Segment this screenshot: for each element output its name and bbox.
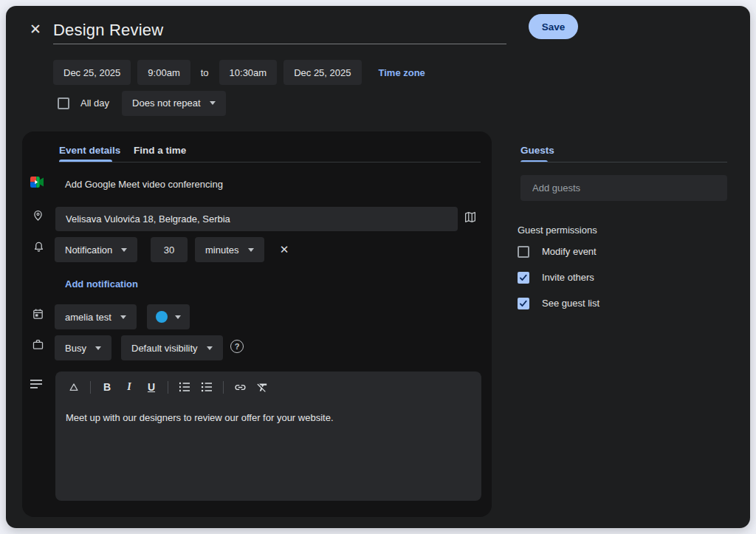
checkmark-icon [519, 273, 528, 282]
visibility-value: Default visibility [131, 343, 198, 354]
description-text[interactable]: Meet up with our designers to review our… [66, 411, 471, 425]
permission-row-invite-others: Invite others [518, 271, 594, 284]
permission-label: Modify event [542, 246, 597, 257]
recurrence-value: Does not repeat [132, 97, 201, 109]
tab-find-a-time[interactable]: Find a time [134, 145, 186, 156]
guests-divider [520, 162, 727, 162]
allday-row: All day Does not repeat [58, 90, 226, 116]
description-lines-icon [30, 380, 42, 388]
title-underline [53, 44, 506, 44]
datetime-row: Dec 25, 2025 9:00am to 10:30am Dec 25, 2… [53, 60, 425, 85]
add-google-meet[interactable]: Add Google Meet video conferencing [65, 179, 223, 190]
briefcase-icon [32, 338, 44, 351]
visibility-dropdown[interactable]: Default visibility [121, 335, 223, 360]
bold-button[interactable]: B [97, 378, 117, 396]
event-color-dropdown[interactable] [147, 304, 190, 329]
invite-others-checkbox[interactable] [518, 272, 529, 284]
timezone-link[interactable]: Time zone [379, 67, 425, 78]
event-title[interactable]: Design Review [53, 21, 163, 40]
toolbar-separator [223, 381, 224, 394]
chevron-down-icon [95, 346, 101, 350]
permission-label: Invite others [542, 272, 594, 283]
help-icon[interactable]: ? [230, 340, 244, 353]
permission-row-modify-event: Modify event [518, 245, 597, 258]
all-day-label: All day [80, 97, 109, 109]
see-guest-list-checkbox[interactable] [518, 298, 529, 309]
start-date-button[interactable]: Dec 25, 2025 [53, 60, 131, 85]
chevron-down-icon [248, 248, 254, 252]
toolbar-separator [168, 381, 168, 394]
attach-drive-icon[interactable] [64, 378, 83, 396]
to-label: to [201, 67, 209, 78]
description-toolbar: B I U [55, 372, 481, 396]
all-day-checkbox[interactable] [58, 97, 69, 109]
end-time-button[interactable]: 10:30am [219, 60, 278, 85]
numbered-list-icon[interactable] [175, 378, 194, 396]
chevron-down-icon [175, 315, 181, 319]
notification-type-dropdown[interactable]: Notification [55, 237, 137, 262]
description-editor[interactable]: B I U [55, 372, 481, 501]
busy-status-dropdown[interactable]: Busy [55, 335, 111, 360]
notification-type-value: Notification [65, 244, 112, 256]
modify-event-checkbox[interactable] [518, 246, 529, 258]
chevron-down-icon [121, 248, 127, 252]
event-edit-dialog: ✕ Design Review Save Dec 25, 2025 9:00am… [6, 6, 750, 528]
notification-bell-icon [32, 240, 45, 254]
calendar-name-value: amelia test [65, 312, 111, 323]
permission-row-see-guest-list: See guest list [518, 297, 599, 309]
remove-notification-button[interactable]: ✕ [274, 239, 295, 260]
chevron-down-icon [207, 346, 213, 350]
chevron-down-icon [210, 101, 216, 105]
clear-formatting-icon[interactable] [252, 378, 272, 396]
event-details-panel: Event details Find a time Add Google Mee… [22, 131, 492, 517]
insert-link-icon[interactable] [230, 378, 250, 396]
permission-label: See guest list [542, 298, 599, 309]
notification-unit-value: minutes [205, 244, 239, 256]
busy-status-value: Busy [65, 343, 86, 354]
chevron-down-icon [120, 315, 126, 319]
notification-amount-field[interactable]: 30 [151, 237, 188, 262]
checkmark-icon [519, 299, 528, 308]
location-input[interactable] [55, 207, 458, 231]
bulleted-list-icon[interactable] [197, 378, 216, 396]
event-color-dot [156, 311, 168, 323]
notification-unit-dropdown[interactable]: minutes [195, 237, 264, 262]
close-button[interactable]: ✕ [25, 19, 46, 40]
underline-button[interactable]: U [142, 378, 161, 396]
end-date-button[interactable]: Dec 25, 2025 [284, 60, 361, 85]
calendar-select-dropdown[interactable]: amelia test [55, 304, 137, 329]
add-notification-link[interactable]: Add notification [65, 278, 138, 290]
calendar-icon [32, 307, 44, 321]
italic-button[interactable]: I [120, 378, 139, 396]
guest-permissions-title: Guest permissions [518, 225, 597, 236]
tab-divider [59, 162, 481, 162]
toolbar-separator [90, 381, 91, 394]
location-pin-icon [32, 208, 44, 222]
save-button[interactable]: Save [529, 14, 578, 39]
add-guests-input[interactable] [520, 175, 727, 201]
open-map-icon[interactable] [462, 209, 478, 227]
google-meet-icon [30, 177, 44, 188]
start-time-button[interactable]: 9:00am [137, 60, 190, 85]
tab-event-details[interactable]: Event details [59, 145, 120, 156]
tab-guests[interactable]: Guests [520, 145, 554, 156]
recurrence-dropdown[interactable]: Does not repeat [122, 91, 226, 116]
